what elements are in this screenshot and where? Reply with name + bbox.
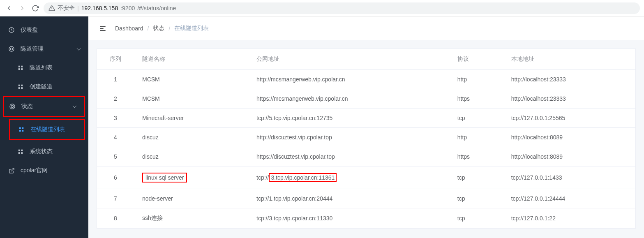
sidebar-item-tunnel-mgmt[interactable]: 隧道管理: [0, 39, 88, 58]
svg-point-4: [10, 48, 12, 50]
tunnel-icon: [8, 46, 15, 52]
cell-name: node-server: [134, 189, 248, 208]
cell-seq: 1: [97, 70, 134, 89]
cell-seq: 3: [97, 109, 134, 128]
th-name: 隧道名称: [134, 49, 248, 70]
breadcrumb-sep: /: [148, 25, 149, 32]
url-port: :9200: [120, 5, 135, 12]
url-host: 192.168.5.158: [81, 5, 118, 12]
cell-public: tcp://3.tcp.vip.cpolar.cn:11361: [248, 166, 449, 189]
svg-point-3: [9, 46, 14, 51]
external-link-icon: [8, 167, 15, 174]
tunnel-table: 序列 隧道名称 公网地址 协议 本地地址 1MCSMhttp://mcsmang…: [97, 49, 635, 228]
sidebar-item-system-status[interactable]: 系统状态: [0, 142, 88, 161]
th-local: 本地地址: [503, 49, 635, 70]
table-row[interactable]: 1MCSMhttp://mcsmangerweb.vip.cpolar.cnht…: [97, 70, 635, 89]
svg-rect-8: [21, 68, 23, 70]
cell-public: http://discuztest.vip.cpolar.top: [248, 128, 449, 147]
svg-rect-10: [21, 85, 23, 86]
svg-point-13: [10, 104, 15, 109]
svg-line-23: [11, 168, 14, 171]
svg-point-14: [11, 105, 13, 107]
table-wrap: 序列 隧道名称 公网地址 协议 本地地址 1MCSMhttp://mcsmang…: [97, 49, 636, 229]
svg-rect-22: [21, 152, 23, 154]
sidebar-item-label: 创建隧道: [30, 83, 53, 90]
sidebar-item-label: 隧道列表: [30, 64, 53, 72]
sidebar-item-dashboard[interactable]: 仪表盘: [0, 21, 88, 39]
th-protocol: 协议: [449, 49, 503, 70]
cell-seq: 5: [97, 147, 134, 166]
not-secure-icon: [48, 5, 55, 12]
list-icon: [18, 126, 25, 133]
svg-rect-21: [18, 152, 20, 154]
svg-rect-6: [21, 66, 23, 67]
security-label: 不安全: [58, 5, 75, 12]
cell-protocol: tcp: [449, 109, 503, 128]
cell-protocol: tcp: [449, 166, 503, 189]
status-icon: [9, 103, 16, 110]
cell-name: discuz: [134, 128, 248, 147]
dashboard-icon: [8, 27, 15, 33]
sidebar-item-label: 在线隧道列表: [30, 126, 65, 133]
table-row[interactable]: 3Minecraft-servertcp://5.tcp.vip.cpolar.…: [97, 109, 635, 128]
sidebar-item-label: cpolar官网: [21, 167, 48, 174]
table-row[interactable]: 6linux sql servertcp://3.tcp.vip.cpolar.…: [97, 166, 635, 189]
main: Dashboard / 状态 / 在线隧道列表 序列 隧道名称 公网地址 协议: [88, 16, 644, 238]
cell-local: http://localhost:23333: [503, 89, 635, 109]
breadcrumb-current: 在线隧道列表: [174, 25, 209, 32]
sidebar-item-cpolar-site[interactable]: cpolar官网: [0, 161, 88, 180]
cell-seq: 2: [97, 89, 134, 109]
cell-protocol: http: [449, 70, 503, 89]
breadcrumb-status[interactable]: 状态: [153, 25, 164, 32]
svg-rect-17: [19, 130, 21, 132]
browser-url-bar[interactable]: 不安全 | 192.168.5.158:9200/#/status/online: [44, 2, 640, 14]
cell-seq: 8: [97, 208, 134, 229]
cell-local: tcp://127.0.0.1:24444: [503, 189, 635, 208]
svg-rect-20: [21, 150, 23, 151]
svg-rect-5: [18, 66, 20, 67]
browser-bar: 不安全 | 192.168.5.158:9200/#/status/online: [0, 0, 644, 16]
sidebar-item-online-list[interactable]: 在线隧道列表: [10, 120, 84, 139]
cell-protocol: https: [449, 89, 503, 109]
list-icon: [17, 65, 24, 71]
cell-name: Minecraft-server: [134, 109, 248, 128]
cell-local: http://localhost:8089: [503, 128, 635, 147]
browser-forward-button[interactable]: [17, 3, 27, 13]
cell-public: tcp://5.tcp.vip.cpolar.cn:12735: [248, 109, 449, 128]
content: 序列 隧道名称 公网地址 协议 本地地址 1MCSMhttp://mcsmang…: [88, 40, 644, 237]
cell-seq: 6: [97, 166, 134, 189]
cell-name: ssh连接: [134, 208, 248, 229]
cell-public: tcp://1.tcp.vip.cpolar.cn:20444: [248, 189, 449, 208]
cell-protocol: http: [449, 128, 503, 147]
sidebar-item-tunnel-list[interactable]: 隧道列表: [0, 58, 88, 77]
svg-rect-11: [18, 87, 20, 89]
svg-rect-7: [18, 68, 20, 70]
cell-local: tcp://127.0.0.1:22: [503, 208, 635, 229]
breadcrumb-dashboard[interactable]: Dashboard: [115, 25, 143, 32]
sidebar-item-label: 状态: [21, 103, 33, 110]
svg-rect-19: [18, 150, 20, 151]
table-row[interactable]: 8ssh连接tcp://3.tcp.vip.cpolar.cn:11330tcp…: [97, 208, 635, 229]
url-path: /#/status/online: [137, 5, 176, 12]
browser-back-button[interactable]: [4, 3, 14, 13]
grid-icon: [17, 148, 24, 155]
sidebar-item-tunnel-create[interactable]: 创建隧道: [0, 77, 88, 96]
table-row[interactable]: 2MCSMhttps://mcsmangerweb.vip.cpolar.cnh…: [97, 89, 635, 109]
sidebar-item-label: 仪表盘: [21, 26, 38, 34]
menu-toggle-icon[interactable]: [99, 24, 107, 32]
sidebar-status-highlight: 状态: [3, 96, 85, 117]
table-row[interactable]: 7node-servertcp://1.tcp.vip.cpolar.cn:20…: [97, 189, 635, 208]
cell-local: tcp://127.0.0.1:25565: [503, 109, 635, 128]
table-row[interactable]: 5discuzhttps://discuztest.vip.cpolar.top…: [97, 147, 635, 166]
browser-reload-button[interactable]: [30, 3, 40, 13]
cell-public: https://mcsmangerweb.vip.cpolar.cn: [248, 89, 449, 109]
cell-name: discuz: [134, 147, 248, 166]
cell-name: MCSM: [134, 70, 248, 89]
table-row[interactable]: 4discuzhttp://discuztest.vip.cpolar.toph…: [97, 128, 635, 147]
th-public: 公网地址: [248, 49, 449, 70]
sidebar: 仪表盘 隧道管理 隧道列表 创建隧道: [0, 16, 88, 238]
svg-rect-12: [21, 87, 23, 89]
cell-protocol: tcp: [449, 208, 503, 229]
sidebar-item-status[interactable]: 状态: [4, 97, 84, 116]
cell-protocol: tcp: [449, 189, 503, 208]
